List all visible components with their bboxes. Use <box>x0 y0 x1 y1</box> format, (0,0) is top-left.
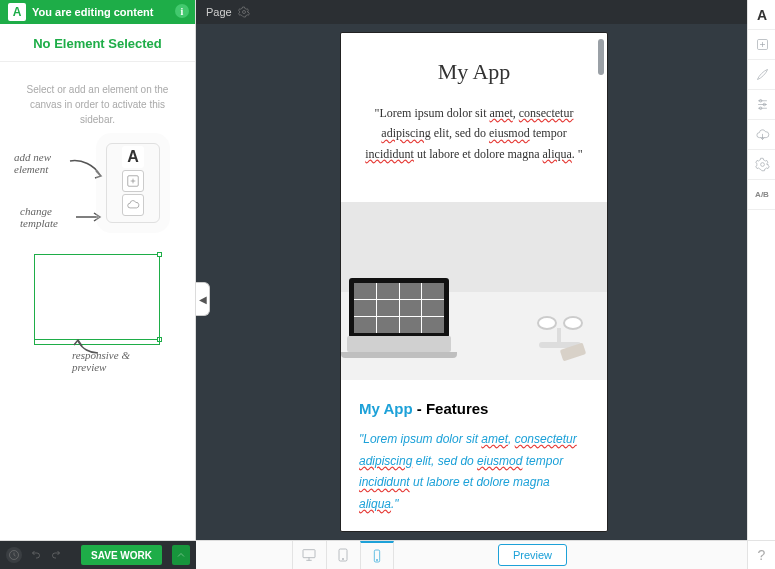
brand-logo-icon: A <box>8 3 26 21</box>
desktop-view-button[interactable] <box>292 541 326 570</box>
hero-image[interactable] <box>340 202 608 380</box>
svg-rect-19 <box>339 549 347 561</box>
intro-paragraph[interactable]: "Lorem ipsum dolor sit amet, consectetur… <box>359 103 589 164</box>
features-section[interactable]: My App - Features "Lorem ipsum dolor sit… <box>341 380 607 532</box>
resize-handle-icon[interactable] <box>157 337 162 342</box>
app-title[interactable]: My App <box>359 59 589 85</box>
svg-point-14 <box>760 163 764 167</box>
add-element-button[interactable] <box>748 30 775 60</box>
device-switcher <box>292 541 394 570</box>
svg-rect-16 <box>303 550 315 558</box>
hint-add-element: add new element <box>14 151 74 175</box>
brand-logo-icon[interactable]: A <box>748 0 775 30</box>
hint-responsive: responsive & preview <box>72 349 162 373</box>
save-button[interactable]: SAVE WORK <box>81 545 162 565</box>
laptop-icon <box>341 278 457 358</box>
canvas-area[interactable]: ◀ My App "Lorem ipsum dolor sit amet, co… <box>196 24 747 540</box>
sidebar-help-text: Select or add an element on the canvas i… <box>0 62 195 139</box>
device-content: My App "Lorem ipsum dolor sit amet, cons… <box>341 33 607 174</box>
svg-rect-21 <box>374 550 379 562</box>
ab-test-button[interactable]: A/B <box>748 180 775 210</box>
scrollbar[interactable] <box>598 39 604 75</box>
help-button[interactable]: ? <box>747 540 775 569</box>
resize-handle-icon[interactable] <box>157 252 162 257</box>
hint-change-template: change template <box>20 205 80 229</box>
mobile-view-button[interactable] <box>360 541 394 570</box>
svg-point-3 <box>242 11 245 14</box>
arrow-icon <box>74 209 104 227</box>
cloud-template-icon[interactable] <box>122 194 144 216</box>
info-icon[interactable]: i <box>175 4 189 18</box>
bottom-bar: SAVE WORK Preview <box>0 540 747 569</box>
mobile-device-frame[interactable]: My App "Lorem ipsum dolor sit amet, cons… <box>340 32 608 532</box>
responsive-preview-thumbnail[interactable] <box>34 254 160 340</box>
features-paragraph[interactable]: "Lorem ipsum dolor sit amet, consectetur… <box>359 429 589 515</box>
right-tool-rail: A A/B ? <box>747 0 775 540</box>
add-element-icon[interactable] <box>122 170 144 192</box>
preview-button[interactable]: Preview <box>498 544 567 566</box>
tablet-view-button[interactable] <box>326 541 360 570</box>
history-icon[interactable] <box>6 547 22 563</box>
left-sidebar: A You are editing content i No Element S… <box>0 0 196 540</box>
bottom-left-group: SAVE WORK <box>0 541 196 569</box>
arrow-icon <box>68 157 106 185</box>
lamp-icon <box>517 308 597 348</box>
top-toolbar: Page <box>196 0 747 24</box>
editing-status-bar: A You are editing content i <box>0 0 195 24</box>
sidebar-title: No Element Selected <box>0 24 195 62</box>
settings-sliders-button[interactable] <box>748 90 775 120</box>
collapse-sidebar-button[interactable]: ◀ <box>196 282 210 316</box>
hint-toolbox: A <box>106 143 160 223</box>
page-label[interactable]: Page <box>206 6 232 18</box>
brand-logo-icon: A <box>122 146 144 168</box>
gear-icon[interactable] <box>238 6 250 18</box>
svg-point-20 <box>343 558 344 559</box>
redo-button[interactable] <box>50 546 62 564</box>
sidebar-hints: add new element change template A respon… <box>0 139 195 399</box>
status-text: You are editing content <box>32 6 153 18</box>
features-heading[interactable]: My App - Features <box>359 400 589 417</box>
brush-style-button[interactable] <box>748 60 775 90</box>
cloud-download-button[interactable] <box>748 120 775 150</box>
save-menu-caret[interactable] <box>172 545 190 565</box>
undo-button[interactable] <box>30 546 42 564</box>
svg-point-22 <box>376 559 377 560</box>
gear-settings-button[interactable] <box>748 150 775 180</box>
